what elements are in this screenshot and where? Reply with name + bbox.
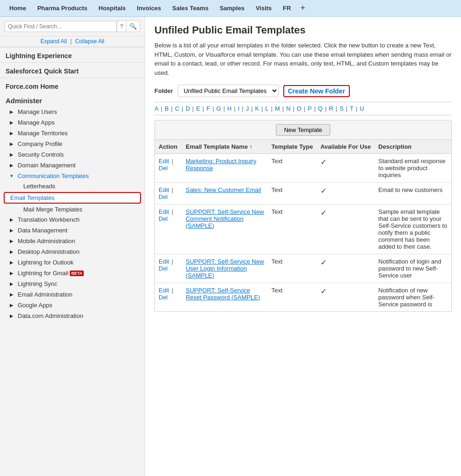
alpha-letter-m[interactable]: M: [275, 105, 280, 112]
new-template-button[interactable]: New Template: [276, 124, 330, 136]
sidebar-item-label: Data.com Administration: [18, 312, 83, 319]
expand-all-link[interactable]: Expand All: [40, 38, 67, 45]
alpha-letter-o[interactable]: O: [297, 105, 301, 112]
alpha-letter-t[interactable]: T: [350, 105, 354, 112]
sidebar-section-forcecom[interactable]: Force.com Home: [0, 78, 145, 93]
alpha-separator: |: [293, 105, 294, 112]
alpha-letter-q[interactable]: Q: [318, 105, 323, 112]
sidebar-item-mobile-admin[interactable]: ▶ Mobile Administration: [0, 236, 145, 246]
template-name-link[interactable]: Sales: New Customer Email: [186, 186, 261, 193]
edit-link[interactable]: Edit: [159, 258, 169, 265]
create-new-folder-button[interactable]: Create New Folder: [283, 85, 350, 97]
alpha-letter-a[interactable]: A: [154, 105, 159, 112]
edit-link[interactable]: Edit: [159, 186, 169, 193]
alpha-separator: |: [213, 105, 214, 112]
sidebar-item-desktop-admin[interactable]: ▶ Desktop Administration: [0, 246, 145, 257]
alpha-letter-r[interactable]: R: [329, 105, 333, 112]
edit-link[interactable]: Edit: [159, 208, 169, 215]
sidebar-item-company-profile[interactable]: ▶ Company Profile: [0, 139, 145, 149]
nav-invoices[interactable]: Invoices: [131, 0, 167, 17]
sidebar-item-email-admin[interactable]: ▶ Email Administration: [0, 289, 145, 300]
alpha-letter-g[interactable]: G: [216, 105, 221, 112]
sidebar-item-data-management[interactable]: ▶ Data Management: [0, 225, 145, 236]
template-name-link[interactable]: SUPPORT: Self-Service New Comment Notifi…: [186, 208, 264, 229]
sidebar-item-label: Manage Users: [18, 108, 57, 115]
alpha-letter-u[interactable]: U: [360, 105, 364, 112]
sidebar-subitem-email-templates[interactable]: Email Templates: [5, 193, 140, 203]
alpha-letter-p[interactable]: P: [308, 105, 312, 112]
del-link[interactable]: Del: [159, 165, 168, 172]
nav-hospitals[interactable]: Hospitals: [93, 0, 132, 17]
alpha-separator: |: [346, 105, 347, 112]
nav-samples[interactable]: Samples: [214, 0, 250, 17]
sidebar-item-manage-apps[interactable]: ▶ Manage Apps: [0, 117, 145, 128]
alpha-letter-n[interactable]: N: [286, 105, 290, 112]
available-cell: ✓: [317, 205, 375, 254]
edit-link[interactable]: Edit: [159, 158, 169, 165]
sidebar-item-datacom-admin[interactable]: ▶ Data.com Administration: [0, 311, 145, 321]
nav-fr[interactable]: FR: [277, 0, 296, 17]
help-icon[interactable]: ?: [117, 21, 126, 32]
beta-badge: BETA: [70, 271, 84, 276]
nav-pharma[interactable]: Pharma Products: [32, 0, 93, 17]
page-title: Unfiled Public Email Templates: [154, 24, 452, 36]
sidebar-item-domain-management[interactable]: ▶ Domain Management: [0, 160, 145, 171]
sidebar-subitem-mail-merge[interactable]: Mail Merge Templates: [0, 205, 145, 214]
sidebar-item-manage-territories[interactable]: ▶ Manage Territories: [0, 128, 145, 139]
sidebar-item-security-controls[interactable]: ▶ Security Controls: [0, 149, 145, 160]
del-link[interactable]: Del: [159, 294, 168, 301]
sidebar-subitem-letterheads[interactable]: Letterheads: [0, 181, 145, 191]
alpha-letter-d[interactable]: D: [186, 105, 190, 112]
table-row: Edit | DelMarketing: Product Inquiry Res…: [155, 154, 451, 183]
email-templates-table: Action Email Template Name ↑ Template Ty…: [155, 140, 451, 311]
arrow-icon: ▶: [8, 259, 15, 266]
administer-label: Administer: [0, 93, 145, 106]
sidebar-item-google-apps[interactable]: ▶ Google Apps: [0, 300, 145, 311]
alpha-letter-c[interactable]: C: [175, 105, 179, 112]
edit-link[interactable]: Edit: [159, 287, 169, 294]
template-type-cell: Text: [268, 183, 317, 205]
table-row: Edit | DelSUPPORT: Self-Service New Comm…: [155, 205, 451, 254]
template-name-cell: SUPPORT: Self-Service New User Login Inf…: [182, 254, 267, 283]
search-icon[interactable]: 🔍: [126, 21, 140, 32]
alpha-letter-e[interactable]: E: [196, 105, 200, 112]
del-link[interactable]: Del: [159, 215, 168, 222]
action-cell: Edit | Del: [155, 183, 182, 205]
nav-add-button[interactable]: +: [296, 3, 309, 13]
sidebar-item-manage-users[interactable]: ▶ Manage Users: [0, 106, 145, 117]
sidebar-item-lightning-outlook[interactable]: ▶ Lightning for Outlook: [0, 257, 145, 268]
search-input[interactable]: [5, 21, 117, 32]
folder-select[interactable]: Unfiled Public Email Templates: [178, 85, 279, 97]
sidebar-item-translation-workbench[interactable]: ▶ Translation Workbench: [0, 214, 145, 225]
alpha-letter-h[interactable]: H: [227, 105, 232, 112]
alpha-letter-l[interactable]: L: [265, 105, 268, 112]
sidebar-section-salesforce1[interactable]: Salesforce1 Quick Start: [0, 62, 145, 78]
checkmark-icon: ✓: [321, 287, 327, 295]
table-row: Edit | DelSUPPORT: Self-Service Reset Pa…: [155, 283, 451, 312]
sidebar-section-lightning[interactable]: Lightning Experience: [0, 47, 145, 62]
nav-sales-teams[interactable]: Sales Teams: [167, 0, 214, 17]
alpha-separator: |: [304, 105, 305, 112]
sidebar-item-lightning-gmail[interactable]: ▶ Lightning for Gmail BETA: [0, 268, 145, 278]
template-name-link[interactable]: Marketing: Product Inquiry Response: [186, 158, 256, 172]
template-name-link[interactable]: SUPPORT: Self-Service Reset Password (SA…: [186, 287, 260, 301]
nav-visits[interactable]: Visits: [250, 0, 277, 17]
alpha-letter-b[interactable]: B: [165, 105, 169, 112]
alpha-letter-f[interactable]: F: [207, 105, 210, 112]
collapse-all-link[interactable]: Collapse All: [75, 38, 104, 45]
del-link[interactable]: Del: [159, 265, 168, 272]
sidebar-item-label: Lightning for Gmail: [18, 270, 68, 277]
sidebar-item-lightning-sync[interactable]: ▶ Lightning Sync: [0, 278, 145, 289]
alpha-letter-i[interactable]: I: [238, 105, 240, 112]
del-link[interactable]: Del: [159, 193, 168, 200]
alpha-letter-k[interactable]: K: [255, 105, 259, 112]
alpha-letter-s[interactable]: S: [340, 105, 344, 112]
template-name-link[interactable]: SUPPORT: Self-Service New User Login Inf…: [186, 258, 264, 279]
alpha-letter-j[interactable]: J: [246, 105, 249, 112]
template-name-cell: SUPPORT: Self-Service Reset Password (SA…: [182, 283, 267, 312]
arrow-icon: ▶: [8, 162, 15, 169]
nav-home[interactable]: Home: [4, 0, 32, 17]
alpha-separator: |: [271, 105, 273, 112]
arrow-icon: ▶: [8, 313, 15, 319]
sidebar-item-communication-templates[interactable]: ▼ Communication Templates: [0, 171, 145, 181]
